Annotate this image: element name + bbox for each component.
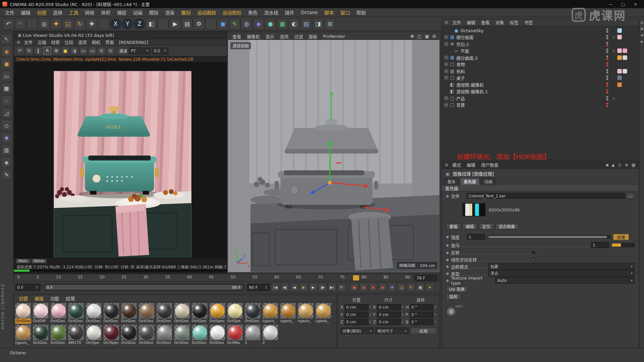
toolbar-icon[interactable]: X [110,18,121,29]
invert-checkbox[interactable] [531,250,536,255]
material-item[interactable]: OctGlos [15,303,33,324]
material-thumbnail[interactable] [68,325,84,341]
object-name[interactable]: 透视图-摄像机.1 [456,88,488,95]
enable-check-icon[interactable]: ✓ [611,96,616,100]
toolbar-icon[interactable]: ◎ [39,18,50,29]
end-frame-field[interactable]: 90 F↕ [247,284,270,291]
material-thumbnail[interactable] [227,325,243,341]
projection-button[interactable]: 投射 [446,293,461,299]
material-thumbnail[interactable] [68,303,84,319]
visibility-dots[interactable] [606,69,608,73]
keyframe-button[interactable]: ◱ [397,283,406,291]
playback-button[interactable]: ↻ [337,283,346,291]
object-name[interactable]: 空白.2 [456,41,469,47]
object-row[interactable]: + ▦ 细分曲面.2 [442,54,639,61]
texture-preview[interactable] [463,203,486,216]
menu-item[interactable]: 工具 [66,9,82,16]
material-item[interactable]: 1 [245,325,263,346]
mode-tool-icon[interactable]: ▦ [1,83,12,94]
material-tag[interactable] [617,35,622,39]
material-thumbnail[interactable] [104,303,119,319]
material-item[interactable]: OctGlos [174,325,192,346]
anim-dot-icon[interactable]: ● [446,194,449,198]
material-item[interactable]: OctSpec [104,325,121,346]
octane-tab[interactable]: Noise [31,258,47,263]
octane-menu-item[interactable]: 云端 [35,39,49,45]
panel-icon[interactable]: ▦ [630,163,637,167]
material-thumbnail[interactable] [262,325,278,341]
mode-tool-icon[interactable]: ◇ [1,120,12,131]
octane-tab[interactable]: Main [16,258,30,263]
visibility-dots[interactable] [606,76,608,80]
size-mode-select[interactable]: 绝对尺寸▾ [375,327,409,334]
octane-menu-item[interactable]: 文件 [21,39,35,45]
keyframe-button[interactable]: ✦ [426,283,434,291]
material-tag[interactable] [623,103,627,107]
expand-toggle-icon[interactable]: + [444,62,448,66]
material-tag[interactable] [617,62,622,66]
toolbar-icon[interactable]: ◆ [253,18,264,29]
material-thumbnail[interactable] [51,303,66,319]
mode-tool-icon[interactable]: ● [1,58,12,69]
channel-select[interactable]: PT▾ [129,47,150,54]
octane-menu-item[interactable]: [RENDERING] [116,40,151,45]
anim-dot-icon[interactable]: ● [446,272,449,275]
material-item[interactable]: OctGlos [139,303,157,324]
octane-menu-item[interactable]: 材质 [49,39,62,45]
material-item[interactable]: OctGlos [192,325,210,346]
viewport-corner-icon[interactable]: ▣ [423,34,431,39]
toolbar-icon[interactable]: ◧ [146,18,157,29]
viewport-menu-item[interactable]: 显示 [263,33,277,39]
mode-tool-icon[interactable]: ◿ [1,108,12,118]
octane-menu-item[interactable]: 选项 [76,39,89,45]
material-thumbnail[interactable] [262,303,278,319]
material-tag[interactable] [623,49,627,53]
material-thumbnail[interactable] [280,303,296,319]
material-tag[interactable] [623,76,627,80]
texture-button[interactable]: 纹理 [613,234,629,240]
octane-menu-item[interactable]: 界面 [103,39,116,45]
anim-dot-icon[interactable]: ● [446,251,449,254]
octane-tool-icon[interactable]: R [43,47,51,55]
material-item[interactable]: OctGlos [157,325,174,346]
expand-toggle-icon[interactable]: + [444,42,448,46]
material-item[interactable]: OctGlos [245,303,263,324]
enable-check-icon[interactable]: ✓ [611,49,616,53]
panel-strip-icon[interactable]: ▤ [640,21,643,24]
material-item[interactable]: cgaxis_ [315,303,333,324]
coord-input[interactable]: 0 ° [410,304,434,310]
viewport-menu-item[interactable]: 面板 [306,33,320,39]
object-row[interactable]: + ▢ 桌子 [442,74,639,81]
menu-item[interactable]: 雕刻 [178,9,194,16]
expand-toggle-icon[interactable]: + [444,96,448,100]
mode-tool-icon[interactable]: ◆ [1,132,12,143]
material-thumbnail[interactable] [174,325,190,341]
material-item[interactable]: OctMix [227,325,245,346]
material-menu-item[interactable]: 纹理 [62,295,78,302]
keyframe-button[interactable]: ▦ [416,283,425,291]
border-mode-select[interactable]: 包裹▾ [488,263,635,270]
object-name[interactable]: 细分曲面.2 [456,55,478,61]
keyframe-button[interactable]: ● [350,283,359,291]
toolbar-icon[interactable]: ◨ [313,18,324,29]
stepper-icon[interactable]: ↕ [369,313,371,316]
stepper-icon[interactable]: ↕ [434,320,436,324]
playback-button[interactable]: |▶ [318,283,327,291]
playback-button[interactable]: ◀ [290,283,299,291]
material-item[interactable]: OctGlos [104,303,121,324]
object-manager-menu-item[interactable]: 对象 [493,19,507,25]
material-tag[interactable] [623,35,627,39]
menu-item[interactable]: 运动图形 [219,9,245,16]
anim-dot-icon[interactable]: ● [446,279,449,282]
import-type-select[interactable]: Auto▾ [495,277,635,284]
anim-dot-icon[interactable]: ● [446,243,449,247]
material-menu-item[interactable]: 创建 [16,295,32,302]
material-menu-item[interactable]: 编辑 [31,295,47,302]
material-thumbnail[interactable] [86,325,102,341]
visibility-dots[interactable] [606,35,608,39]
viewport-corner-icon[interactable]: ⊞ [431,34,438,39]
octane-tool-icon[interactable]: ‖ [34,47,42,55]
stepper-icon[interactable]: ↕ [263,285,268,289]
toolbar-icon[interactable]: ⚙ [194,18,205,29]
menu-item[interactable]: 角色 [245,9,261,16]
